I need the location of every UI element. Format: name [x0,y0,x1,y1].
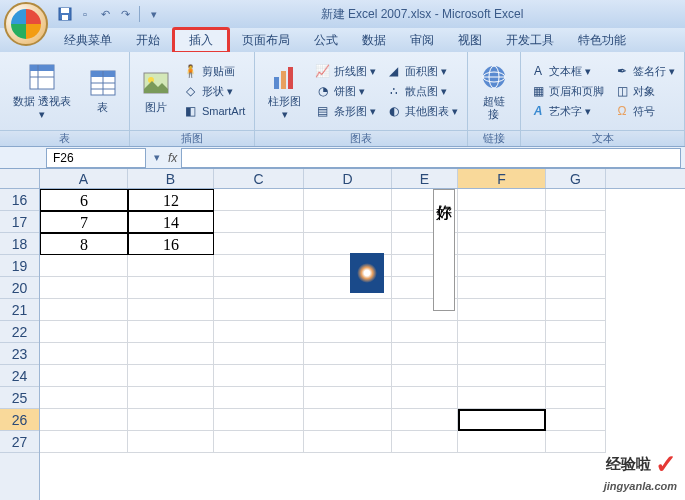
cell[interactable] [458,299,546,321]
column-chart-button[interactable]: 柱形图 ▾ [261,59,308,123]
name-box[interactable]: F26 [46,148,146,168]
qat-dropdown-icon[interactable]: ▾ [145,5,163,23]
col-header[interactable]: F [458,169,546,188]
cell[interactable]: 8 [40,233,128,255]
row-header[interactable]: 21 [0,299,39,321]
embedded-image[interactable] [350,253,384,293]
cell[interactable] [546,255,606,277]
office-button[interactable] [4,2,48,46]
tab-formula[interactable]: 公式 [302,29,350,52]
cell[interactable] [304,233,392,255]
cell[interactable] [40,409,128,431]
cell[interactable] [392,431,458,453]
row-header[interactable]: 17 [0,211,39,233]
tab-dev[interactable]: 开发工具 [494,29,566,52]
cell[interactable] [546,277,606,299]
tab-view[interactable]: 视图 [446,29,494,52]
pivot-table-button[interactable]: 数据 透视表 ▾ [6,59,79,123]
cell[interactable] [458,387,546,409]
picture-button[interactable]: 图片 [136,65,176,116]
cell[interactable] [214,255,304,277]
cell[interactable] [546,387,606,409]
cell[interactable] [128,277,214,299]
row-header[interactable]: 18 [0,233,39,255]
tab-layout[interactable]: 页面布局 [230,29,302,52]
tab-data[interactable]: 数据 [350,29,398,52]
cell[interactable] [214,211,304,233]
cell[interactable] [458,233,546,255]
row-header[interactable]: 25 [0,387,39,409]
tab-home[interactable]: 开始 [124,29,172,52]
row-header[interactable]: 24 [0,365,39,387]
cells[interactable]: 612 714 816 [40,189,685,453]
cell[interactable] [458,431,546,453]
col-header[interactable]: A [40,169,128,188]
cell[interactable] [40,299,128,321]
cell[interactable] [458,277,546,299]
cell[interactable] [458,189,546,211]
textbox-button[interactable]: A文本框 ▾ [527,62,607,80]
wordart-button[interactable]: A艺术字 ▾ [527,102,607,120]
cell[interactable] [458,211,546,233]
cell[interactable] [304,387,392,409]
cell[interactable] [304,189,392,211]
cell[interactable] [214,189,304,211]
cell[interactable]: 16 [128,233,214,255]
cell[interactable] [392,321,458,343]
tab-insert[interactable]: 插入 [172,27,230,54]
row-header[interactable]: 26 [0,409,39,431]
fx-icon[interactable]: fx [168,151,177,165]
cell[interactable] [214,233,304,255]
cell[interactable] [40,387,128,409]
headerfooter-button[interactable]: ▦页眉和页脚 [527,82,607,100]
cell[interactable] [214,299,304,321]
cell[interactable] [214,365,304,387]
col-header[interactable]: G [546,169,606,188]
pie-chart-button[interactable]: ◔饼图 ▾ [312,82,379,100]
cell[interactable] [546,409,606,431]
cell[interactable]: 14 [128,211,214,233]
cell[interactable] [546,211,606,233]
cell[interactable] [214,321,304,343]
tab-classic[interactable]: 经典菜单 [52,29,124,52]
cell[interactable] [304,409,392,431]
col-header[interactable]: D [304,169,392,188]
cell[interactable] [304,299,392,321]
cell[interactable] [458,255,546,277]
cell[interactable]: 7 [40,211,128,233]
cell[interactable] [392,343,458,365]
cell[interactable] [214,277,304,299]
save-icon[interactable] [56,5,74,23]
col-header[interactable]: C [214,169,304,188]
qat-unknown-icon[interactable]: ▫ [76,5,94,23]
vertical-textbox[interactable]: 你好 [433,189,455,311]
row-header[interactable]: 23 [0,343,39,365]
cell[interactable] [128,255,214,277]
cell[interactable] [546,343,606,365]
cell[interactable] [546,431,606,453]
cell[interactable] [128,299,214,321]
cell[interactable] [392,365,458,387]
scatter-chart-button[interactable]: ∴散点图 ▾ [383,82,461,100]
cell[interactable] [546,299,606,321]
cell-selected[interactable] [458,409,546,431]
cell[interactable] [304,321,392,343]
line-chart-button[interactable]: 📈折线图 ▾ [312,62,379,80]
cell[interactable] [40,277,128,299]
cell[interactable] [40,431,128,453]
cell[interactable] [304,365,392,387]
row-header[interactable]: 27 [0,431,39,453]
cell[interactable] [128,387,214,409]
tab-review[interactable]: 审阅 [398,29,446,52]
col-header[interactable]: E [392,169,458,188]
undo-icon[interactable]: ↶ [96,5,114,23]
cell[interactable] [128,343,214,365]
other-chart-button[interactable]: ◐其他图表 ▾ [383,102,461,120]
cell[interactable] [128,365,214,387]
cell[interactable]: 6 [40,189,128,211]
cell[interactable] [40,365,128,387]
cell[interactable] [546,233,606,255]
smartart-button[interactable]: ◧SmartArt [180,102,248,120]
cell[interactable]: 12 [128,189,214,211]
col-header[interactable]: B [128,169,214,188]
